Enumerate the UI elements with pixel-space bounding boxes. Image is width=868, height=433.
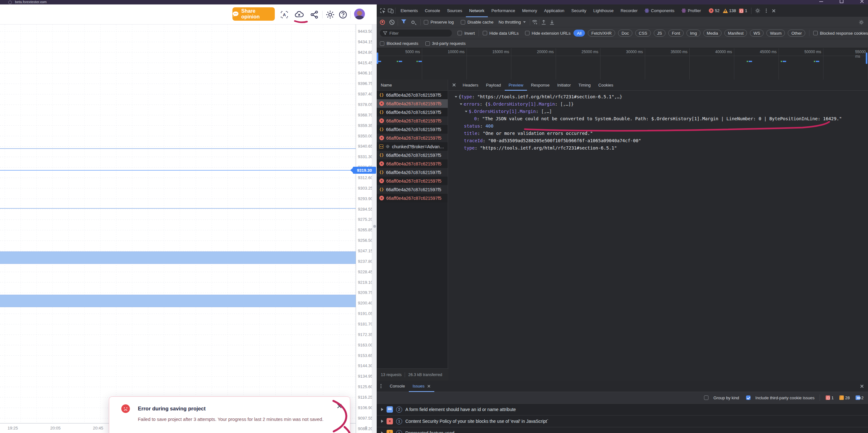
third-party-requests-checkbox[interactable] [425, 41, 430, 46]
group-by-kind-checkbox[interactable] [704, 396, 709, 400]
record-network-log-button[interactable] [380, 20, 385, 25]
details-tab-preview[interactable]: Preview [505, 79, 527, 91]
devtools-tab-network[interactable]: Network [466, 4, 488, 17]
request-row[interactable]: {}66aff0e4a267c87c621597f5 [377, 108, 448, 116]
filter-chip-wasm[interactable]: Wasm [767, 30, 785, 37]
network-settings-gear-icon[interactable] [859, 20, 864, 25]
extension-badge[interactable]: 1 [739, 8, 747, 13]
json-line[interactable]: 0: "The JSON value could not be converte… [470, 115, 842, 123]
devtools-tab-security[interactable]: Security [568, 4, 590, 17]
overview-right-handle[interactable] [866, 53, 867, 64]
screenshot-area-icon[interactable]: A [280, 10, 289, 20]
devtools-tab-recorder[interactable]: Recorder [617, 4, 641, 17]
filter-chip-doc[interactable]: Doc [618, 30, 632, 37]
devtools-close-icon[interactable] [772, 9, 775, 12]
blocked-cookies-checkbox[interactable] [813, 31, 818, 35]
devtools-tab-lighthouse[interactable]: Lighthouse [590, 4, 617, 17]
close-drawer-icon[interactable] [860, 384, 864, 388]
filter-chip-manifest[interactable]: Manifest [724, 30, 747, 37]
request-row[interactable]: {}66aff0e4a267c87c621597f5 [377, 91, 448, 99]
close-details-icon[interactable] [452, 84, 456, 87]
window-maximize-button[interactable] [839, 0, 844, 4]
devtools-tab-console[interactable]: Console [421, 4, 443, 17]
devtools-settings-icon[interactable] [755, 8, 761, 14]
drawer-tab-issues[interactable]: Issues [409, 380, 435, 392]
devtools-tab-performance[interactable]: Performance [488, 4, 518, 17]
details-tab-headers[interactable]: Headers [459, 79, 482, 91]
device-toolbar-icon[interactable] [388, 8, 394, 14]
details-tab-response[interactable]: Response [527, 79, 553, 91]
settings-gear-icon[interactable] [326, 10, 335, 20]
window-minimize-button[interactable] [819, 0, 824, 4]
request-row[interactable]: ×66aff0e4a267c87c621597f5 [377, 194, 448, 202]
json-line[interactable]: type: "https://tools.ietf.org/html/rfc72… [460, 144, 617, 152]
price-axis[interactable]: 9443.509434.159424.809415.459406.109396.… [356, 25, 372, 433]
details-tab-payload[interactable]: Payload [482, 79, 505, 91]
devtools-menu-icon[interactable] [766, 10, 767, 11]
json-line[interactable]: title: "One or more validation errors oc… [460, 130, 593, 137]
cloud-sync-icon[interactable] [294, 10, 304, 20]
filter-chip-fetchxhr[interactable]: Fetch/XHR [588, 30, 615, 37]
overview-left-handle[interactable] [377, 53, 378, 64]
close-issues-tab-icon[interactable] [427, 385, 430, 388]
requests-name-header[interactable]: Name [377, 79, 448, 91]
import-har-icon[interactable] [541, 20, 547, 25]
hide-extension-urls-checkbox[interactable] [525, 31, 529, 35]
disable-cache-checkbox[interactable] [461, 20, 465, 25]
user-avatar[interactable] [354, 9, 365, 20]
share-opinion-button[interactable]: Share opinion [232, 7, 275, 21]
expand-arrow-icon[interactable] [460, 103, 462, 105]
expand-arrow-icon[interactable] [455, 96, 457, 98]
filter-chip-all[interactable]: All [574, 30, 585, 37]
json-line[interactable]: $.OrdersHistory[1].Margin: [,…] [465, 108, 552, 115]
request-row[interactable]: ×66aff0e4a267c87c621597f5 [377, 159, 448, 168]
search-network-icon[interactable] [411, 21, 414, 24]
filter-chip-css[interactable]: CSS [635, 30, 651, 37]
network-overview-timeline[interactable]: 5000 ms10000 ms15000 ms20000 ms25000 ms3… [377, 48, 868, 79]
hide-data-urls-checkbox[interactable] [483, 31, 487, 35]
window-close-button[interactable] [860, 0, 864, 4]
split-handle[interactable] [372, 25, 377, 433]
devtools-tab-components[interactable]: Components [641, 4, 678, 17]
export-har-icon[interactable] [549, 20, 555, 25]
request-row[interactable]: ×66aff0e4a267c87c621597f5 [377, 134, 448, 142]
filter-chip-media[interactable]: Media [703, 30, 721, 37]
devtools-tab-memory[interactable]: Memory [519, 4, 541, 17]
json-line[interactable]: {type: "https://tools.ietf.org/html/rfc7… [455, 93, 622, 101]
drawer-menu-icon[interactable] [380, 386, 381, 387]
issue-row[interactable]: !1Deprecated feature used [377, 427, 868, 433]
details-tab-initiator[interactable]: Initiator [553, 79, 575, 91]
expand-issue-icon[interactable] [381, 420, 383, 423]
price-chart[interactable] [0, 25, 356, 423]
filter-chip-js[interactable]: JS [654, 30, 665, 37]
request-row[interactable]: {}66aff0e4a267c87c621597f5 [377, 185, 448, 194]
expand-arrow-icon[interactable] [465, 111, 467, 112]
request-row[interactable]: {}66aff0e4a267c87c621597f5 [377, 125, 448, 134]
devtools-tab-application[interactable]: Application [541, 4, 568, 17]
json-line[interactable]: errors: {$.OrdersHistory[1].Margin: [,…]… [460, 101, 574, 108]
third-party-cookies-checkbox[interactable] [746, 396, 750, 400]
request-row[interactable]: chunked?Broker=Advan… [377, 142, 448, 151]
filter-chip-font[interactable]: Font [669, 30, 684, 37]
filter-toggle-icon[interactable] [401, 20, 406, 25]
share-icon[interactable] [310, 10, 319, 20]
filter-chip-img[interactable]: Img [686, 30, 701, 37]
inspect-element-icon[interactable] [379, 8, 385, 14]
request-row[interactable]: ×66aff0e4a267c87c621597f5 [377, 176, 448, 185]
warning-count-badge[interactable]: 138 [723, 8, 736, 13]
request-row[interactable]: {}66aff0e4a267c87c621597f5 [377, 151, 448, 159]
network-conditions-icon[interactable] [532, 20, 537, 25]
issue-row[interactable]: ×1Content Security Policy of your site b… [377, 415, 868, 427]
json-line[interactable]: traceId: "00-ad53509ad5288205e500f10f5b9… [460, 137, 641, 144]
json-line[interactable]: status: 400 [460, 123, 494, 130]
expand-issue-icon[interactable] [381, 408, 383, 411]
blocked-requests-checkbox[interactable] [380, 41, 384, 46]
error-count-badge[interactable]: ×52 [709, 8, 719, 13]
expand-issue-icon[interactable] [381, 431, 383, 433]
details-tab-cookies[interactable]: Cookies [594, 79, 617, 91]
request-row[interactable]: ×66aff0e4a267c87c621597f5 [377, 99, 448, 108]
request-row[interactable]: ×66aff0e4a267c87c621597f5 [377, 116, 448, 125]
invert-checkbox[interactable] [458, 31, 462, 35]
devtools-tab-elements[interactable]: Elements [397, 4, 421, 17]
issue-row[interactable]: 2A form field element should have an id … [377, 403, 868, 415]
